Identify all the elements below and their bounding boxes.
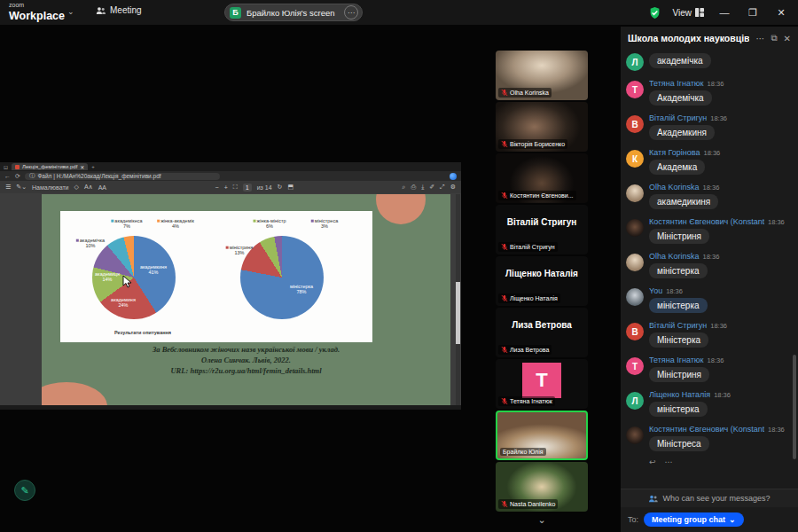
message-bubble[interactable]: академічка	[649, 53, 711, 68]
participant-filmstrip: Olha Korinska Вікторія Борисенко Костянт…	[496, 51, 588, 513]
chat-message: К Катя Горінова 18:36 Академка	[626, 148, 793, 175]
message-bubble[interactable]: Міністреса	[649, 436, 709, 451]
chat-header: Школа молодих науковців. Ти... ⋯ ⧉ ✕	[621, 27, 798, 50]
zoom-out-icon[interactable]: −	[215, 184, 219, 191]
tab-meeting[interactable]: Meeting	[96, 5, 142, 15]
chat-message-list[interactable]: Л академічка Т Тетяна Ігнатюк 18:36 Акад…	[621, 50, 798, 489]
message-bubble[interactable]: акамедикиня	[649, 194, 718, 209]
message-bubble[interactable]: Міністриня	[649, 367, 709, 382]
address-box[interactable]: ⓘ Файл | H:/МАн%20акад/Лекція_фемінітиви…	[25, 173, 220, 180]
chat-more-button[interactable]: ⋯	[755, 34, 764, 43]
fit-page-icon[interactable]: ⛶	[233, 184, 238, 191]
participant-tile[interactable]: Вікторія Борисенко	[496, 102, 588, 152]
screen-share-pill[interactable]: Б Брайлко Юлія's screen ⋯	[224, 4, 363, 21]
avatar: Л	[626, 392, 644, 410]
tab-close-icon[interactable]: ✕	[80, 164, 84, 170]
slide-page: Результати опитування академкиня41%акаде…	[42, 194, 450, 405]
mic-off-icon	[501, 397, 508, 405]
participant-tile[interactable]: Віталій Стригун Віталій Стригун	[496, 205, 588, 254]
participant-tile[interactable]: Брайлко Юлія	[496, 411, 588, 460]
pdf-edit-icon[interactable]: ✐	[429, 184, 434, 191]
message-time: 18:36	[666, 287, 683, 295]
chat-message: Olha Korinska 18:36 акамедикиня	[626, 183, 793, 209]
zoom-in-icon[interactable]: +	[224, 184, 228, 191]
slide-decor-circle-top	[376, 194, 426, 224]
chat-close-button[interactable]: ✕	[784, 34, 791, 43]
new-tab-button[interactable]: +	[91, 164, 95, 169]
workspace-chevron-down-icon[interactable]: ⌄	[67, 7, 74, 16]
message-bubble[interactable]: міністерка	[649, 263, 708, 278]
browser-refresh-icon[interactable]: ⟳	[15, 173, 20, 180]
pdf-save-icon[interactable]: ⤓	[421, 184, 424, 191]
pdf-scrollbar-thumb[interactable]	[456, 282, 460, 344]
browser-tab[interactable]: Лекція_фемінітиви.pdf ✕	[12, 163, 88, 170]
message-time: 18:36	[708, 80, 724, 88]
browser-back-icon[interactable]: ←	[4, 173, 11, 179]
participant-avatar: Т	[522, 363, 561, 398]
participant-tile[interactable]: Костянтин Євгенови...	[496, 153, 588, 203]
chat-popout-button[interactable]: ⧉	[771, 33, 777, 43]
message-bubble[interactable]: Міністерка	[649, 332, 708, 348]
browser-profile-icon[interactable]	[450, 173, 457, 180]
reply-icon[interactable]: ↩	[649, 458, 656, 466]
pdf-settings-icon[interactable]: ⚙	[450, 184, 456, 191]
share-options-button[interactable]: ⋯	[344, 5, 358, 20]
message-sender: Ліщенко Наталія	[649, 390, 710, 399]
pdf-menu-icon[interactable]: ☰	[5, 184, 11, 191]
pdf-draw-label[interactable]: Намалювати	[32, 184, 68, 191]
site-info-icon[interactable]: ⓘ	[29, 172, 35, 180]
participant-name: Лиза Ветрова	[510, 347, 549, 353]
message-bubble[interactable]: Академічка	[649, 90, 712, 106]
recipient-selector[interactable]: Meeting group chat ⌄	[644, 512, 744, 527]
participant-tile[interactable]: Ліщенко Наталія Ліщенко Наталія	[496, 256, 588, 306]
pie-label: академкиня41%	[140, 264, 167, 276]
message-time: 18:36	[710, 322, 727, 330]
mic-off-icon	[501, 243, 508, 251]
chat-scrollbar[interactable]	[793, 355, 796, 459]
chat-message: Т Тетяна Ігнатюк 18:36 Міністриня	[626, 356, 793, 382]
notice-text: Who can see your messages?	[662, 494, 770, 503]
participant-tile[interactable]: Nasta Danilenko	[496, 462, 588, 512]
pie-label: академікеса7%	[111, 218, 142, 230]
message-bubble[interactable]: Міністриня	[649, 229, 709, 244]
participant-tile[interactable]: Т Тетяна Ігнатюк	[496, 359, 588, 409]
pdf-print-icon[interactable]: ⎙	[411, 184, 417, 191]
pdf-pen-icon[interactable]: ✎⌄	[16, 184, 27, 191]
window-close-button[interactable]: ✕	[773, 7, 789, 19]
citation-url: URL: https://r2u.org.ua/html/femin_detai…	[42, 366, 450, 377]
chat-panel: Школа молодих науковців. Ти... ⋯ ⧉ ✕ Л а…	[621, 27, 798, 532]
filmstrip-more-chevron[interactable]: ⌄	[496, 514, 588, 526]
slide-citation: За Вебсловником жіночих назв української…	[42, 345, 450, 377]
pages-panel-icon[interactable]: ⬒	[287, 184, 293, 191]
more-icon[interactable]: ⋯	[665, 458, 673, 466]
participant-tile[interactable]: Лиза Ветрова Лиза Ветрова	[496, 308, 588, 357]
window-minimize-button[interactable]: —	[716, 7, 732, 18]
participant-name-chip: Віталій Стригун	[498, 242, 558, 252]
message-time: 18:36	[768, 218, 785, 226]
view-button[interactable]: View	[673, 8, 705, 18]
message-time: 18:36	[710, 114, 727, 122]
avatar	[626, 426, 644, 444]
message-bubble[interactable]: міністерка	[649, 298, 708, 313]
people-icon	[648, 495, 658, 503]
chat-message: Olha Korinska 18:36 міністерка	[626, 252, 793, 278]
pdf-text-size-icon[interactable]: АА	[98, 184, 106, 191]
avatar: В	[626, 115, 644, 133]
pdf-scrollbar[interactable]	[456, 194, 460, 405]
rotate-page-icon[interactable]: ↻	[278, 184, 283, 191]
annotate-button[interactable]: ✎	[14, 480, 35, 501]
participant-tile[interactable]: Olha Korinska	[496, 51, 588, 100]
pdf-eraser-icon[interactable]: ◇	[74, 184, 79, 191]
browser-tab-title: Лекція_фемінітиви.pdf	[22, 164, 77, 169]
message-bubble[interactable]: Академкиня	[649, 125, 715, 140]
avatar	[626, 254, 644, 271]
pdf-fullscreen-icon[interactable]: ⤢	[440, 184, 445, 191]
message-bubble[interactable]: міністерка	[649, 402, 708, 417]
pdf-read-aloud-icon[interactable]: A∧	[84, 184, 93, 191]
page-number-input[interactable]	[243, 184, 252, 192]
window-maximize-button[interactable]: ❐	[745, 7, 761, 19]
security-shield-icon[interactable]	[649, 7, 661, 19]
pdf-search-icon[interactable]: ⌕	[403, 184, 406, 191]
message-bubble[interactable]: Академка	[649, 160, 705, 175]
chat-message: Л Ліщенко Наталія 18:36 міністерка	[626, 390, 793, 417]
